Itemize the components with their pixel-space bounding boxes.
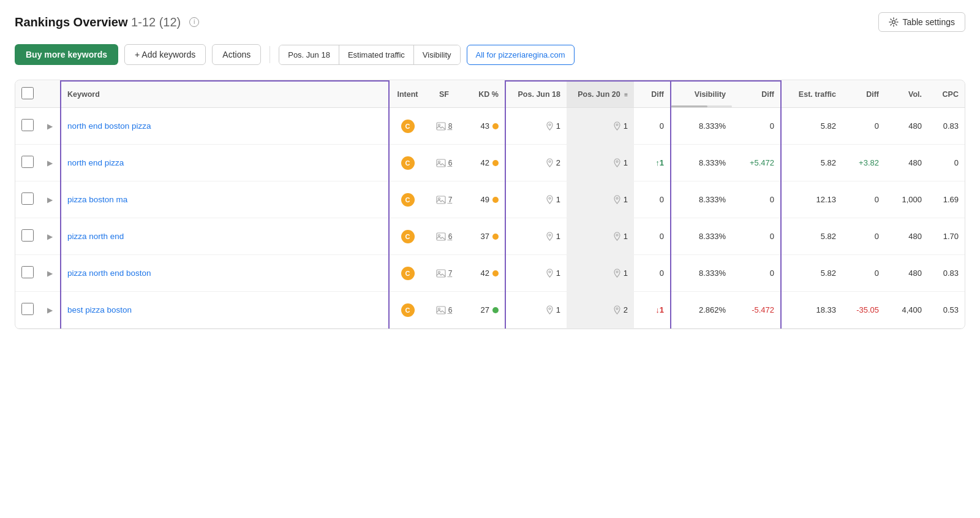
row-vol-cell: 480 (885, 108, 928, 145)
kd-dot (492, 197, 499, 203)
kd-dot (492, 234, 499, 240)
row-pos-jun18-cell: 1 (505, 292, 567, 329)
svg-point-19 (549, 271, 551, 273)
pos-diff-value: 0 (660, 232, 664, 241)
vis-diff-value: 0 (770, 232, 774, 241)
header-visibility: Visibility (671, 81, 732, 108)
svg-point-16 (616, 234, 618, 236)
location-icon2 (613, 158, 621, 167)
row-intent-cell: C (389, 108, 426, 145)
row-visibility-cell: 8.333% (671, 218, 732, 255)
header-pos-diff: Diff (634, 81, 671, 108)
kd-value: 43 (469, 121, 499, 131)
image-icon (436, 306, 446, 314)
table-settings-button[interactable]: Table settings (878, 12, 965, 32)
toolbar: Buy more keywords + Add keywords Actions… (15, 44, 965, 65)
row-checkbox[interactable] (21, 119, 34, 131)
select-all-checkbox[interactable] (21, 87, 34, 99)
row-sf-cell: 6 (426, 218, 462, 255)
visibility-value: 8.333% (699, 158, 726, 167)
filter-positions-button[interactable]: Pos. Jun 18 (279, 45, 339, 64)
table-row: ▶ north end boston pizza C 8 43 (15, 108, 965, 145)
pos-diff-value: ↑1 (655, 158, 664, 167)
table-row: ▶ best pizza boston C 6 27 (15, 292, 965, 329)
table-row: ▶ pizza north end boston C 7 42 (15, 255, 965, 292)
row-vis-diff-cell: 0 (732, 255, 781, 292)
pos-diff-value: 0 (660, 269, 664, 278)
sort-icon[interactable]: ≡ (624, 91, 628, 98)
expand-button[interactable]: ▶ (46, 231, 54, 242)
row-checkbox[interactable] (21, 303, 34, 315)
cpc-value: 1.70 (943, 232, 959, 241)
row-intent-cell: C (389, 145, 426, 181)
pos-jun20-number: 1 (624, 121, 628, 131)
expand-button[interactable]: ▶ (46, 121, 54, 132)
pos-jun20-value: 2 (573, 305, 628, 314)
vis-diff-value: 0 (770, 121, 774, 131)
row-expand-cell: ▶ (40, 255, 61, 292)
row-checkbox[interactable] (21, 229, 34, 242)
row-vis-diff-cell: 0 (732, 181, 781, 218)
expand-button[interactable]: ▶ (46, 305, 54, 316)
keyword-link[interactable]: pizza boston ma (67, 195, 127, 204)
add-keywords-button[interactable]: + Add keywords (124, 44, 206, 65)
row-et-diff-cell: +3.82 (842, 145, 885, 181)
visibility-value: 8.333% (699, 232, 726, 241)
row-checkbox[interactable] (21, 192, 34, 205)
expand-button[interactable]: ▶ (46, 268, 54, 279)
keyword-link[interactable]: best pizza boston (67, 305, 132, 314)
pos-jun18-value: 1 (512, 305, 560, 314)
row-expand-cell: ▶ (40, 218, 61, 255)
row-checkbox[interactable] (21, 156, 34, 168)
row-cpc-cell: 0.83 (928, 108, 965, 145)
visibility-value: 2.862% (699, 305, 726, 314)
pos-diff-value: ↓1 (655, 305, 664, 314)
pos-jun20-number: 2 (624, 305, 628, 314)
filter-group: Pos. Jun 18 Estimated traffic Visibility (279, 45, 460, 65)
gear-icon (889, 17, 899, 27)
row-pos-diff-cell: 0 (634, 181, 671, 218)
keyword-link[interactable]: north end pizza (67, 158, 124, 167)
kd-value: 49 (469, 195, 499, 204)
header-kd: KD % (462, 81, 505, 108)
vis-diff-value: -5.472 (752, 305, 774, 314)
pos-jun20-number: 1 (624, 158, 628, 167)
pos-jun18-value: 2 (512, 158, 560, 167)
row-keyword-cell: best pizza boston (61, 292, 389, 329)
svg-point-15 (549, 234, 551, 236)
pos-jun20-value: 1 (573, 195, 628, 204)
row-checkbox-cell (15, 292, 40, 329)
info-icon[interactable]: i (189, 17, 199, 27)
svg-rect-21 (437, 307, 445, 314)
expand-button[interactable]: ▶ (46, 158, 54, 169)
row-sf-cell: 7 (426, 255, 462, 292)
cpc-value: 0.83 (943, 121, 959, 131)
row-est-traffic-cell: 5.82 (781, 108, 842, 145)
svg-point-8 (616, 161, 618, 162)
actions-button[interactable]: Actions (212, 44, 261, 65)
keyword-link[interactable]: pizza north end boston (67, 269, 151, 278)
kd-value: 42 (469, 158, 499, 167)
row-visibility-cell: 8.333% (671, 181, 732, 218)
table-wrapper: Keyword Intent SF KD % Pos. Jun 18 (15, 80, 965, 329)
filter-visibility-button[interactable]: Visibility (414, 45, 460, 64)
row-vis-diff-cell: 0 (732, 108, 781, 145)
buy-keywords-button[interactable]: Buy more keywords (15, 44, 118, 65)
row-pos-jun18-cell: 1 (505, 218, 567, 255)
kd-value: 37 (469, 232, 499, 241)
expand-button[interactable]: ▶ (46, 194, 54, 205)
svg-point-18 (438, 271, 440, 273)
filter-traffic-button[interactable]: Estimated traffic (339, 45, 414, 64)
keyword-link[interactable]: north end boston pizza (67, 121, 151, 131)
kd-dot (492, 160, 499, 166)
row-pos-jun20-cell: 1 (567, 218, 634, 255)
pos-jun20-number: 1 (624, 195, 628, 204)
row-checkbox[interactable] (21, 266, 34, 278)
keyword-link[interactable]: pizza north end (67, 232, 124, 241)
kd-number: 43 (481, 121, 489, 131)
domain-filter-button[interactable]: All for pizzeriaregina.com (467, 45, 575, 65)
table-body: ▶ north end boston pizza C 8 43 (15, 108, 965, 329)
header-est-traffic: Est. traffic (781, 81, 842, 108)
svg-point-0 (892, 21, 895, 24)
location-icon2 (613, 269, 621, 278)
